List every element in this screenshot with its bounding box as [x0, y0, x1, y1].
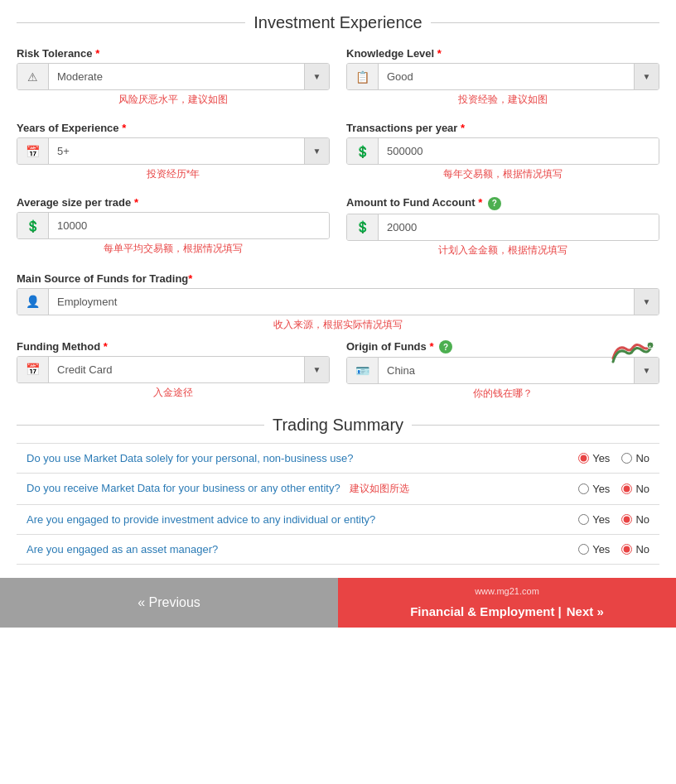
origin-funds-hint: 你的钱在哪？ [346, 387, 659, 401]
trading-summary-title: Trading Summary [17, 416, 659, 435]
q2-no-radio[interactable] [621, 483, 632, 494]
main-source-arrow[interactable]: ▼ [634, 289, 659, 315]
main-source-input-wrapper: 👤 Employment Savings Investments Busines… [17, 288, 659, 315]
q2-yes-label[interactable]: Yes [578, 483, 610, 495]
table-row: Do you use Market Data solely for your p… [17, 444, 659, 474]
dollar-icon-transactions: 💲 [347, 138, 379, 164]
previous-button[interactable]: « Previous [0, 578, 338, 628]
funding-method-arrow[interactable]: ▼ [304, 357, 329, 382]
q3-no-label[interactable]: No [621, 513, 649, 526]
calendar-icon-funding: 📅 [17, 357, 49, 382]
person-icon: 👤 [17, 289, 49, 315]
fund-amount-label: Amount to Fund Account * ? [346, 196, 659, 210]
q4-no-label[interactable]: No [621, 543, 649, 556]
q1-yes-label[interactable]: Yes [578, 452, 610, 464]
origin-funds-info-icon[interactable]: ? [439, 340, 452, 354]
next-nav-text: Financial & Employment | Next » [410, 604, 604, 620]
q3-no-radio[interactable] [621, 514, 632, 525]
answer-3: Yes No [527, 505, 659, 535]
funding-method-input-wrapper: 📅 Credit Card Bank Transfer Wire Transfe… [17, 356, 330, 383]
answer-1: Yes No [527, 444, 659, 474]
next-label: Next » [567, 604, 604, 620]
question-2: Do you receive Market Data for your busi… [17, 474, 527, 505]
years-experience-hint: 投资经历*年 [17, 167, 330, 181]
risk-tolerance-label: Risk Tolerance * [17, 47, 330, 60]
next-subtitle: Financial & Employment | [410, 604, 562, 620]
trading-questions-table: Do you use Market Data solely for your p… [17, 443, 659, 565]
main-source-select[interactable]: Employment Savings Investments Business [49, 289, 634, 315]
q2-hint: 建议如图所选 [350, 483, 409, 494]
knowledge-level-hint: 投资经验，建议如图 [346, 93, 659, 107]
main-source-hint: 收入来源，根据实际情况填写 [17, 318, 659, 332]
id-icon: 🪪 [347, 358, 379, 383]
years-experience-select[interactable]: 5+ 1 2 3 4 [49, 138, 304, 164]
q1-no-label[interactable]: No [621, 452, 649, 464]
calendar-icon: 📅 [17, 138, 49, 164]
table-row: Do you receive Market Data for your busi… [17, 474, 659, 505]
svg-text:+: + [649, 344, 651, 349]
fund-amount-info-icon[interactable]: ? [488, 197, 501, 210]
answer-4: Yes No [527, 535, 659, 565]
website-label: www.mg21.com [475, 585, 539, 597]
years-experience-label: Years of Experience * [17, 122, 330, 134]
avg-trade-label: Average size per trade * [17, 196, 330, 209]
risk-tolerance-input-wrapper: ⚠ Moderate Conservative Aggressive ▼ [17, 63, 330, 90]
origin-funds-select[interactable]: China USA UK Other [379, 358, 634, 383]
book-icon: 📋 [347, 64, 379, 89]
knowledge-level-select[interactable]: Good Poor Excellent [379, 64, 634, 89]
transactions-hint: 每年交易额，根据情况填写 [346, 167, 659, 181]
q1-no-radio[interactable] [621, 453, 632, 464]
funding-method-hint: 入金途径 [17, 386, 330, 400]
knowledge-level-input-wrapper: 📋 Good Poor Excellent ▼ [346, 63, 659, 90]
risk-tolerance-hint: 风险厌恶水平，建议如图 [17, 93, 330, 107]
table-row: Are you engaged to provide investment ad… [17, 505, 659, 535]
transactions-input-wrapper: 💲 [346, 137, 659, 165]
fund-amount-input-wrapper: 💲 [346, 214, 659, 241]
avg-trade-hint: 每单平均交易额，根据情况填写 [17, 242, 330, 256]
q1-yes-radio[interactable] [578, 453, 589, 464]
main-source-label: Main Source of Funds for Trading* [17, 272, 659, 285]
knowledge-level-arrow[interactable]: ▼ [634, 64, 659, 89]
transactions-label: Transactions per year * [346, 122, 659, 134]
transactions-input[interactable] [379, 138, 659, 164]
years-experience-input-wrapper: 📅 5+ 1 2 3 4 ▼ [17, 137, 330, 165]
q2-yes-radio[interactable] [578, 483, 589, 494]
question-4: Are you engaged as an asset manager? [17, 535, 527, 565]
dollar-icon-avg: 💲 [17, 213, 49, 238]
avg-trade-input[interactable] [49, 213, 329, 238]
q2-no-label[interactable]: No [621, 483, 649, 495]
question-3: Are you engaged to provide investment ad… [17, 505, 527, 535]
q3-yes-label[interactable]: Yes [578, 513, 610, 526]
q3-yes-radio[interactable] [578, 514, 589, 525]
alert-icon: ⚠ [17, 64, 49, 89]
funding-method-label: Funding Method * [17, 340, 330, 353]
risk-tolerance-arrow[interactable]: ▼ [304, 64, 329, 89]
table-row: Are you engaged as an asset manager? Yes… [17, 535, 659, 565]
investment-experience-title: Investment Experience [17, 13, 659, 32]
knowledge-level-label: Knowledge Level * [346, 47, 659, 60]
q4-no-radio[interactable] [621, 544, 632, 555]
previous-label: « Previous [138, 595, 200, 610]
logo-watermark: + [609, 340, 654, 366]
answer-2: Yes No [527, 474, 659, 505]
risk-tolerance-select[interactable]: Moderate Conservative Aggressive [49, 64, 304, 89]
fund-amount-input[interactable] [379, 214, 659, 240]
question-1: Do you use Market Data solely for your p… [17, 444, 527, 474]
next-button[interactable]: www.mg21.com Financial & Employment | Ne… [338, 578, 676, 628]
q4-yes-label[interactable]: Yes [578, 543, 610, 556]
dollar-icon-fund: 💲 [347, 214, 379, 240]
avg-trade-input-wrapper: 💲 [17, 212, 330, 239]
funding-method-select[interactable]: Credit Card Bank Transfer Wire Transfer [49, 357, 304, 382]
fund-amount-hint: 计划入金金额，根据情况填写 [346, 243, 659, 257]
q4-yes-radio[interactable] [578, 544, 589, 555]
footer-bar: « Previous www.mg21.com Financial & Empl… [0, 578, 676, 628]
years-experience-arrow[interactable]: ▼ [304, 138, 329, 164]
